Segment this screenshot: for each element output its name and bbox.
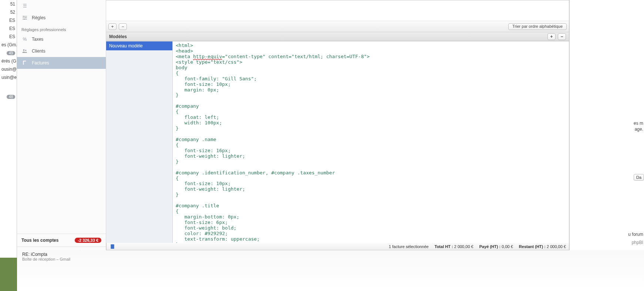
sidebar-item-invoices[interactable]: Factures (17, 57, 106, 69)
sidebar-section-pro: Réglages professionnels (17, 24, 106, 33)
sidebar-item-label: Clients (32, 48, 45, 54)
sliders-icon (21, 14, 28, 21)
svg-point-4 (25, 17, 26, 19)
accounts-summary[interactable]: Tous les comptes -2 326,33 € (17, 234, 106, 247)
models-header: Modèles + − (106, 32, 569, 41)
background-right-panel: es m age. Da u forum phpBI (569, 0, 644, 250)
sidebar-item-label: Factures (32, 60, 49, 66)
model-add-button[interactable]: + (547, 33, 556, 40)
svg-rect-10 (111, 244, 114, 249)
main-top-area (106, 0, 569, 21)
sidebar-item-rules[interactable]: Règles (17, 12, 106, 24)
status-selection: 1 facture sélectionnée (389, 244, 429, 249)
sidebar-item-taxes[interactable]: % Taxes (17, 33, 106, 45)
svg-point-6 (23, 49, 24, 51)
sidebar-item-label: Règles (32, 15, 45, 20)
document-icon (21, 60, 28, 66)
clipped-button[interactable]: Da (634, 174, 644, 181)
bars-icon: ☰ (21, 3, 28, 9)
add-button[interactable]: + (108, 23, 117, 30)
code-editor[interactable]: <html> <head> <meta http-equiv="content-… (173, 41, 569, 257)
sort-alpha-button[interactable]: Trier par ordre alphabétique (508, 23, 567, 30)
svg-rect-9 (24, 61, 26, 65)
background-mail-column: 51 52 ES ES ES es (Gm... 49 érés (G... o… (0, 0, 17, 258)
accounts-label: Tous les comptes (21, 238, 58, 243)
accounts-balance: -2 326,33 € (75, 238, 101, 243)
unread-badge: 48 (7, 95, 15, 99)
percent-icon: % (21, 36, 28, 43)
sidebar: ☰ Règles Réglages professionnels % Taxes… (17, 0, 106, 258)
remove-button[interactable]: − (119, 23, 127, 30)
toolbar: + − Trier par ordre alphabétique (106, 21, 569, 32)
document-icon[interactable] (109, 244, 115, 250)
model-list-item[interactable]: Nouveau modèle (106, 41, 172, 50)
sidebar-item-unknown[interactable]: ☰ (17, 0, 106, 12)
model-remove-button[interactable]: − (558, 33, 566, 40)
svg-point-5 (24, 19, 25, 20)
people-icon (21, 48, 28, 54)
main-panel: + − Trier par ordre alphabétique Modèles… (106, 0, 569, 258)
model-list: Nouveau modèle (106, 41, 173, 257)
sidebar-item-clients[interactable]: Clients (17, 45, 106, 57)
svg-rect-1 (23, 17, 27, 18)
svg-point-3 (23, 16, 24, 17)
svg-rect-0 (23, 16, 27, 16)
models-title: Modèles (109, 34, 127, 39)
background-mail-preview: RE: iCompta Boîte de réception – Gmail (22, 250, 70, 261)
unread-badge: 49 (7, 51, 15, 55)
sidebar-item-label: Taxes (32, 37, 43, 42)
status-bar: 1 facture sélectionnée Total HT : 2 000,… (106, 243, 569, 250)
svg-point-7 (25, 50, 26, 51)
